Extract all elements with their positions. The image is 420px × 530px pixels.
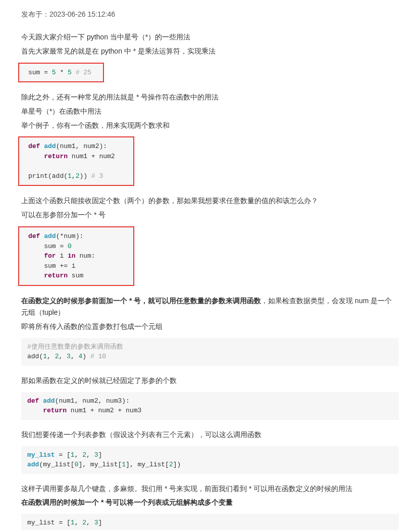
- para-12: 这样子调用要多敲几个键盘，多麻烦。我们用 * 号来实现，前面我们看到 * 可以用…: [21, 483, 399, 495]
- article-body: 发布于：2023-06-26 15:12:46 今天跟大家介绍一下 python…: [0, 0, 420, 530]
- para-5: 举个例子，你有一个函数，用来实现两个数求和: [21, 120, 399, 132]
- para-intro-2: 首先大家最常见的就是在 python 中 * 是乘法运算符，实现乘法: [21, 45, 399, 58]
- code-block-1: sum = 5 * 5 # 25: [18, 63, 104, 83]
- para-intro-1: 今天跟大家介绍一下 python 当中星号（*）的一些用法: [21, 31, 399, 43]
- para-10: 那如果函数在定义的时候就已经固定了形参的个数: [21, 375, 399, 387]
- para-9: 即将所有传入函数的位置参数打包成一个元组: [21, 321, 399, 333]
- code-block-2: def add(num1, num2): return num1 + num2 …: [18, 136, 134, 186]
- para-7: 可以在形参部分加一个 * 号: [21, 209, 399, 221]
- para-8: 在函数定义的时候形参前面加一个 * 号，就可以用任意数量的参数来调用函数，如果检…: [21, 295, 399, 319]
- code-block-6: my_list = [1, 2, 3] add(my_list[0], my_l…: [21, 446, 399, 474]
- para-6: 上面这个函数只能接收固定个数（两个）的参数，那如果我想要求任意数量的值的和该怎么…: [21, 195, 399, 207]
- publish-time: 2023-06-26 15:12:46: [49, 10, 115, 18]
- para-8-bold: 在函数定义的时候形参前面加一个 * 号，就可以用任意数量的参数来调用函数: [21, 297, 261, 305]
- para-11: 我们想要传递一个列表参数（假设这个列表有三个元素），可以这么调用函数: [21, 429, 399, 441]
- para-4: 单星号（*）在函数中用法: [21, 106, 399, 118]
- code-block-4: #使用任意数量的参数来调用函数 add(1, 2, 3, 4) # 10: [21, 338, 399, 366]
- para-3: 除此之外，还有一种常见的用法就是 * 号操作符在函数中的用法: [21, 91, 399, 104]
- code-block-7: my_list = [1, 2, 3] add(*my_list): [21, 514, 399, 530]
- code-block-5: def add(num1, num2, num3): return num1 +…: [21, 392, 399, 420]
- publish-label: 发布于：: [21, 10, 49, 18]
- para-13: 在函数调用的时候加一个 * 号可以将一个列表或元组解构成多个变量: [21, 497, 399, 509]
- publish-date: 发布于：2023-06-26 15:12:46: [21, 10, 399, 19]
- code-block-3: def add(*num): sum = 0 for i in num: sum…: [18, 226, 134, 286]
